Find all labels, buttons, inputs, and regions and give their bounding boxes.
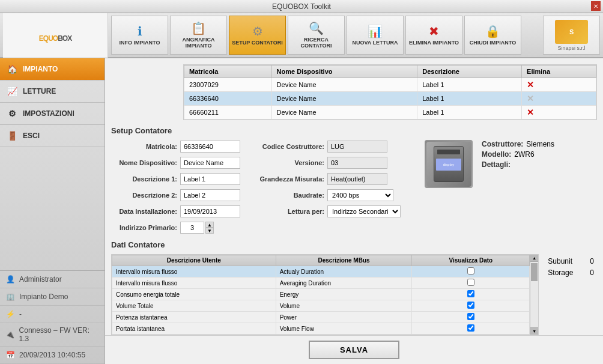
table-row[interactable]: 66660211 Device Name Label 1 ✕: [184, 106, 596, 120]
device-table: Matricola Nome Dispositivo Descrizione E…: [184, 65, 596, 120]
form-row-desc1: Descrizione 1: Label 1: [111, 172, 240, 186]
table-row[interactable]: 23007029 Device Name Label 1 ✕: [184, 78, 596, 92]
spinner-buttons: ▲ ▼: [205, 222, 214, 234]
cell-elimina[interactable]: ✕: [522, 106, 596, 120]
cell-desc-utente: Intervallo misura flusso: [112, 278, 276, 289]
close-window-button[interactable]: ✕: [591, 1, 601, 11]
table-scrollbar[interactable]: ▲ ▼: [530, 255, 538, 335]
input-nome[interactable]: Device Name: [180, 157, 240, 169]
label-indirizzo: Indirizzo Primario:: [111, 224, 177, 231]
label-costruttore: Costruttore:: [482, 140, 523, 148]
datetime-item: 📅 20/09/2013 10:40:55: [0, 347, 105, 364]
angrafica-label: ANGRAFICA IMPIANTO: [173, 37, 224, 49]
ricerca-contatori-button[interactable]: 🔍 RICERCA CONTATORI: [288, 16, 345, 55]
row-checkbox[interactable]: [467, 267, 474, 275]
select-baudrate[interactable]: 2400 bps 1200 bps 9600 bps: [327, 189, 393, 201]
spinner-up-button[interactable]: ▲: [205, 222, 214, 228]
admin-item: 👤 Administrator: [0, 271, 105, 288]
dati-table: Descrizione Utente Descrizione MBus Visu…: [112, 255, 530, 335]
label-codice: Codice Costruttore:: [258, 143, 324, 150]
nuova-lettura-icon: 📊: [368, 24, 383, 38]
spinner-input-indirizzo[interactable]: [180, 222, 204, 234]
subunit-row: Subunit 0: [548, 257, 594, 265]
chiudi-impianto-button[interactable]: 🔒 CHIUDI IMPIANTO: [464, 16, 521, 55]
delete-icon[interactable]: ✕: [527, 108, 534, 117]
sinapsi-logo-icon: S: [555, 20, 588, 44]
dati-table-row[interactable]: Volume Totale Volume: [112, 300, 530, 312]
scroll-up-button[interactable]: ▲: [530, 255, 538, 262]
input-desc1[interactable]: Label 1: [180, 173, 240, 185]
form-row-desc2: Descrizione 2: Label 2: [111, 189, 240, 202]
cell-descrizione: Label 1: [417, 106, 522, 120]
form-row-nome: Nome Dispositivo: Device Name: [111, 156, 240, 169]
sidebar-item-impianto[interactable]: 🏠 IMPIANTO: [0, 58, 105, 80]
dati-table-row[interactable]: Intervallo misura flusso Averaging Durat…: [112, 278, 530, 289]
subunit-area: Subunit 0 Storage 0: [545, 254, 597, 335]
elimina-impianto-button[interactable]: ✖ ELIMINA IMPIANTO: [405, 16, 462, 55]
row-checkbox[interactable]: [467, 313, 474, 320]
row-checkbox[interactable]: [467, 302, 474, 309]
label-dettagli: Dettagli:: [482, 160, 511, 169]
setup-contatori-button[interactable]: ⚙ SETUP CONTATORI: [229, 16, 286, 55]
cell-checkbox[interactable]: [412, 300, 530, 312]
label-grandezza: Grandezza Misurata:: [258, 175, 324, 183]
input-matricola[interactable]: 66336640: [180, 141, 240, 153]
row-checkbox[interactable]: [467, 290, 474, 297]
device-info-area: display Costruttore: Siemens Modello:: [419, 140, 554, 234]
dati-table-row[interactable]: Consumo energia totale Energy: [112, 289, 530, 300]
cell-checkbox[interactable]: [412, 266, 530, 278]
label-nome: Nome Dispositivo:: [111, 159, 177, 166]
dash-item: ⚡ -: [0, 306, 105, 323]
cell-checkbox[interactable]: [412, 323, 530, 335]
dati-table-row[interactable]: Potenza istantanea Power: [112, 312, 530, 323]
delete-icon[interactable]: ✕: [527, 94, 534, 103]
row-checkbox[interactable]: [467, 324, 474, 332]
cell-checkbox[interactable]: [412, 312, 530, 323]
storage-row: Storage 0: [548, 268, 594, 277]
table-row[interactable]: 66336640 Device Name Label 1 ✕: [184, 92, 596, 106]
datetime-label: 20/09/2013 10:40:55: [19, 351, 85, 359]
input-data[interactable]: 19/09/2013: [180, 205, 240, 217]
sidebar-item-impostazioni[interactable]: ⚙ IMPOSTAZIONI: [0, 103, 105, 125]
info-icon: ℹ: [138, 24, 142, 38]
setup-middle-fields: Codice Costruttore: LUG Versione: 03 Gra…: [258, 140, 401, 234]
cell-nome: Device Name: [271, 78, 417, 92]
cell-checkbox[interactable]: [412, 289, 530, 300]
device-specs: Costruttore: Siemens Modello: 2WR6 Detta…: [482, 140, 554, 171]
save-button[interactable]: SALVA: [309, 341, 399, 359]
ricerca-icon: 🔍: [309, 21, 324, 35]
connesso-icon: 🔌: [5, 329, 16, 340]
sidebar-item-esci[interactable]: 🚪 ESCI: [0, 125, 105, 147]
nuova-lettura-button[interactable]: 📊 NUOVA LETTURA: [347, 16, 404, 55]
label-data: Data Installazione:: [111, 208, 177, 215]
cell-desc-mbus: Averaging Duration: [276, 278, 412, 289]
spinner-down-button[interactable]: ▼: [205, 228, 214, 234]
admin-icon: 👤: [5, 274, 16, 285]
toolbar-buttons: ℹ INFO IMPIANTO 📋 ANGRAFICA IMPIANTO ⚙ S…: [108, 16, 543, 55]
cell-nome: Device Name: [271, 92, 417, 106]
dati-table-row[interactable]: Intervallo misura flusso Actualy Duratio…: [112, 266, 530, 278]
input-desc2[interactable]: Label 2: [180, 189, 240, 201]
cell-checkbox[interactable]: [412, 278, 530, 289]
scroll-down-button[interactable]: ▼: [530, 327, 538, 335]
delete-icon[interactable]: ✕: [527, 80, 534, 89]
subunit-value: 0: [590, 257, 594, 265]
title-bar: EQUOBOX Toolkit ✕: [0, 0, 603, 13]
angrafica-impianto-button[interactable]: 📋 ANGRAFICA IMPIANTO: [170, 16, 227, 55]
dash-icon: ⚡: [5, 309, 16, 320]
cell-matricola: 23007029: [184, 78, 272, 92]
dati-table-row[interactable]: Portata istantanea Volume Flow: [112, 323, 530, 335]
scroll-thumb[interactable]: [531, 263, 538, 281]
row-checkbox[interactable]: [467, 279, 474, 286]
cell-desc-utente: Portata istantanea: [112, 323, 276, 335]
col-nome: Nome Dispositivo: [271, 65, 417, 78]
sidebar-letture-label: LETTURE: [23, 87, 56, 96]
cell-desc-utente: Potenza istantanea: [112, 312, 276, 323]
value-grandezza: Heat(outlet): [327, 173, 387, 185]
info-impianto-button[interactable]: ℹ INFO IMPIANTO: [111, 16, 168, 55]
select-lettura[interactable]: Indirizzo Secondari Indirizzo Primario: [327, 205, 401, 217]
cell-elimina[interactable]: ✕: [522, 78, 596, 92]
spec-modello: Modello: 2WR6: [482, 150, 554, 159]
cell-elimina[interactable]: ✕: [522, 92, 596, 106]
sidebar-item-letture[interactable]: 📈 LETTURE: [0, 80, 105, 103]
